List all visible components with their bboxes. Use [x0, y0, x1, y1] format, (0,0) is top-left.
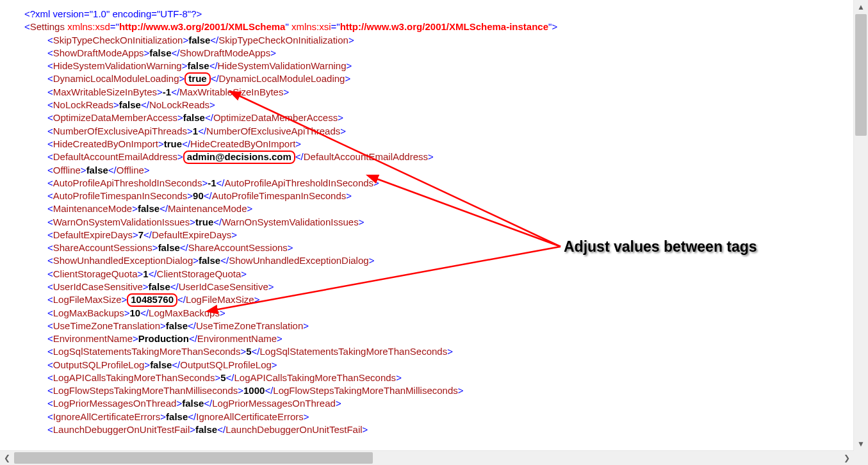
xml-value[interactable]: true: [195, 216, 213, 227]
xml-element: <HideCreatedByOnImport>true</HideCreated…: [24, 138, 854, 151]
xml-value[interactable]: 10: [129, 307, 140, 318]
horizontal-scrollbar[interactable]: ❮ ❯: [0, 450, 854, 465]
horizontal-scroll-thumb[interactable]: [14, 452, 373, 464]
vertical-scrollbar[interactable]: ▲ ▼: [853, 0, 868, 451]
xml-tag-name: NoLockReads: [53, 99, 113, 110]
xml-value[interactable]: false: [166, 320, 188, 331]
xml-element: <Offline>false</Offline>: [24, 164, 854, 177]
xml-value[interactable]: false: [182, 398, 204, 409]
xml-tag-name: DefaultExpireDays: [53, 229, 133, 240]
xml-tag-name: IgnoreAllCertificateErrors: [53, 411, 161, 422]
xml-tag-name: LogAPICallsTakingMoreThanSeconds: [53, 372, 215, 383]
xml-value[interactable]: false: [138, 203, 160, 214]
xml-value[interactable]: true: [164, 138, 182, 149]
xml-value[interactable]: admin@decisions.com: [183, 151, 295, 164]
xml-tag-name: MaintenanceMode: [53, 203, 132, 214]
vertical-scroll-thumb[interactable]: [855, 14, 867, 136]
xml-element: <WarnOnSystemValidationIssues>true</Warn…: [24, 216, 854, 229]
xml-element: <HideSystemValidationWarning>false</Hide…: [24, 60, 854, 72]
scrollbar-corner: [854, 451, 868, 465]
xml-element: <NoLockReads>false</NoLockReads>: [24, 99, 854, 111]
xml-value[interactable]: -1: [208, 177, 216, 188]
xml-tag-name: LogFlowStepsTakingMoreThanMilliseconds: [53, 385, 238, 396]
xml-element: <ShowDraftModeApps>false</ShowDraftModeA…: [24, 47, 854, 60]
xml-value[interactable]: false: [86, 165, 108, 175]
xml-value[interactable]: false: [187, 60, 209, 71]
xml-element: <ShareAccountSessions>false</ShareAccoun…: [24, 241, 854, 254]
xml-tag-name: OutputSQLProfileLog: [53, 359, 145, 370]
xml-value[interactable]: 7: [138, 229, 143, 240]
xml-element: <OptimizeDataMemberAccess>false</Optimiz…: [24, 111, 854, 124]
xml-element: <LogAPICallsTakingMoreThanSeconds>5</Log…: [24, 371, 854, 384]
xml-element: <AutoProfileTimespanInSeconds>90</AutoPr…: [24, 190, 854, 202]
xml-tag-name: EnvironmentName: [53, 333, 133, 344]
xml-element: <LaunchDebuggerOnUnitTestFail>false</Lau…: [24, 423, 854, 436]
xml-value[interactable]: false: [149, 47, 171, 58]
xml-element: <LogFlowStepsTakingMoreThanMilliseconds>…: [24, 384, 854, 397]
xml-value[interactable]: true: [184, 72, 210, 86]
xml-element: <OutputSQLProfileLog>false</OutputSQLPro…: [24, 359, 854, 371]
xml-element: <ClientStorageQuota>1</ClientStorageQuot…: [24, 268, 854, 281]
xml-value[interactable]: false: [199, 255, 220, 266]
xml-element: <EnvironmentName>Production</Environment…: [24, 332, 854, 345]
xml-element: <SkipTypeCheckOnInitialization>false</Sk…: [24, 34, 854, 47]
scroll-left-icon[interactable]: ❮: [0, 451, 14, 465]
xml-value[interactable]: false: [150, 359, 172, 370]
xml-value[interactable]: Production: [138, 333, 189, 344]
xml-declaration: <?xml version="1.0" encoding="UTF-8"?>: [24, 8, 854, 20]
xml-value[interactable]: 1000: [243, 385, 265, 396]
xml-value[interactable]: 10485760: [127, 293, 177, 307]
xml-value[interactable]: 5: [246, 346, 251, 357]
xml-element: <DynamicLocalModuleLoading>true</Dynamic…: [24, 72, 854, 86]
xml-tag-name: LaunchDebuggerOnUnitTestFail: [53, 424, 190, 435]
xml-tag-name: LogFileMaxSize: [53, 294, 122, 305]
xml-tag-name: HideSystemValidationWarning: [53, 60, 182, 71]
xml-tag-name: LogMaxBackups: [53, 307, 124, 318]
xml-tag-name: NumberOfExclusiveApiThreads: [53, 126, 187, 136]
scroll-down-icon[interactable]: ▼: [854, 437, 868, 451]
xml-element: <DefaultAccountEmailAddress>admin@decisi…: [24, 151, 854, 164]
root-open-tag: - <Settings xmlns:xsd="http://www.w3.org…: [24, 20, 854, 33]
xml-value[interactable]: false: [188, 35, 210, 45]
xml-tag-name: ShowUnhandledExceptionDialog: [53, 255, 193, 266]
xml-value[interactable]: false: [149, 281, 170, 292]
xml-element: <LogFileMaxSize>10485760</LogFileMaxSize…: [24, 293, 854, 307]
xml-tag-name: AutoProfileApiThresholdInSeconds: [53, 177, 202, 188]
xml-element: <MaxWritableSizeInBytes>-1</MaxWritableS…: [24, 86, 854, 99]
xml-element: <MaintenanceMode>false</MaintenanceMode>: [24, 202, 854, 215]
xml-tag-name: UserIdCaseSensitive: [53, 281, 143, 292]
xml-element: <ShowUnhandledExceptionDialog>false</Sho…: [24, 254, 854, 267]
elements-container: <SkipTypeCheckOnInitialization>false</Sk…: [24, 34, 854, 437]
xml-tag-name: SkipTypeCheckOnInitialization: [53, 35, 183, 45]
collapse-toggle[interactable]: -: [37, 20, 40, 33]
xml-value[interactable]: false: [119, 99, 141, 110]
xml-tag-name: Offline: [53, 165, 81, 175]
xml-element: <LogPriorMessagesOnThread>false</LogPrio…: [24, 397, 854, 410]
xml-document: <?xml version="1.0" encoding="UTF-8"?> -…: [0, 8, 854, 436]
scroll-up-icon[interactable]: ▲: [854, 0, 868, 14]
xml-value[interactable]: false: [183, 112, 205, 123]
xml-tag-name: ShareAccountSessions: [53, 242, 152, 253]
xml-tag-name: DynamicLocalModuleLoading: [53, 73, 179, 84]
xml-tag-name: OptimizeDataMemberAccess: [53, 112, 177, 123]
xml-element: <UserIdCaseSensitive>false</UserIdCaseSe…: [24, 281, 854, 293]
xml-value[interactable]: false: [195, 424, 217, 435]
xml-tag-name: LogPriorMessagesOnThread: [53, 398, 177, 409]
xml-value[interactable]: 1: [193, 126, 198, 136]
xml-tag-name: WarnOnSystemValidationIssues: [53, 216, 190, 227]
xml-value[interactable]: false: [158, 242, 180, 253]
xml-tag-name: LogSqlStatementsTakingMoreThanSeconds: [53, 346, 241, 357]
xml-element: <AutoProfileApiThresholdInSeconds>-1</Au…: [24, 177, 854, 190]
xml-element: <LogSqlStatementsTakingMoreThanSeconds>5…: [24, 345, 854, 358]
xml-value[interactable]: 5: [220, 372, 225, 383]
xml-element: <UseTimeZoneTranslation>false</UseTimeZo…: [24, 320, 854, 332]
xml-value[interactable]: -1: [163, 86, 171, 97]
xml-value[interactable]: false: [166, 411, 188, 422]
scroll-right-icon[interactable]: ❯: [840, 451, 854, 465]
xml-element: <DefaultExpireDays>7</DefaultExpireDays>: [24, 229, 854, 241]
xml-tag-name: ShowDraftModeApps: [53, 47, 144, 58]
xml-value[interactable]: 1: [143, 268, 148, 279]
xml-tag-name: MaxWritableSizeInBytes: [53, 86, 157, 97]
xml-value[interactable]: 90: [193, 190, 204, 201]
xml-tag-name: DefaultAccountEmailAddress: [53, 151, 177, 162]
